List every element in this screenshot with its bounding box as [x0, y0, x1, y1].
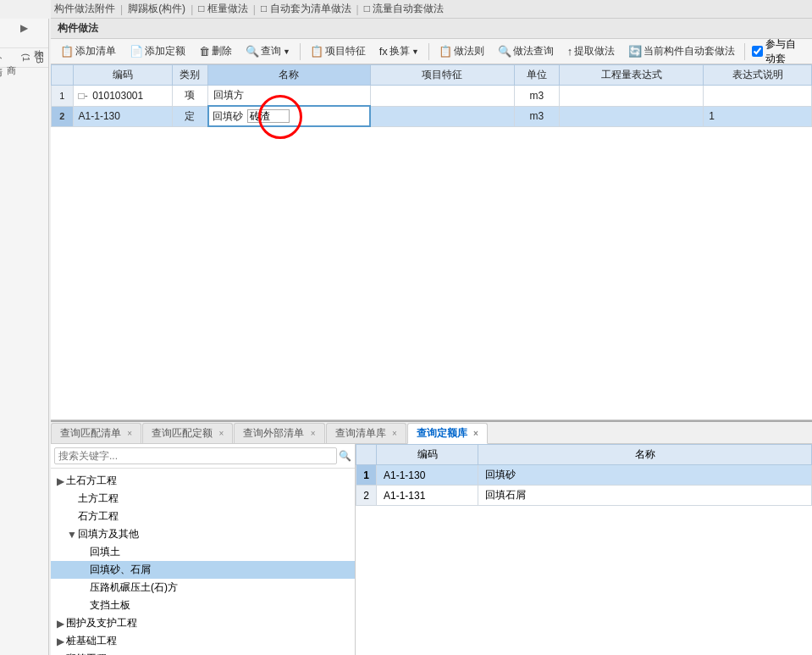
row-1-expand: □- 010103001	[73, 86, 172, 107]
row-2-type: 定	[172, 106, 208, 126]
method-button[interactable]: 📋 做法则	[433, 42, 490, 61]
result-row-2-code: A1-1-131	[377, 486, 478, 506]
tree-node-8-label: 支挡土板	[90, 598, 351, 613]
current-auto-button[interactable]: 🔄 当前构件自动套做法	[622, 42, 741, 61]
nav-item-2[interactable]: 脚踢板(构件)	[128, 2, 185, 16]
result-row-1-code: A1-1-130	[377, 465, 478, 486]
search-icon: 🔍	[339, 450, 351, 462]
add-quota-icon: 📄	[130, 45, 143, 58]
tree-node-10-label: 桩基础工程	[66, 634, 351, 648]
nav-item-3[interactable]: □ 框量做法	[198, 2, 248, 16]
row-num-1: 1	[52, 86, 74, 107]
tree-list: ▶ 土石方工程 土方工程 石方工程 ▼	[51, 469, 355, 655]
tree-toggle-4[interactable]: ▼	[66, 529, 78, 541]
tree-node-2-label: 土方工程	[78, 491, 351, 506]
result-row-1[interactable]: 1 A1-1-130 回填砂	[356, 465, 812, 486]
top-nav: 构件做法附件 | 脚踢板(构件) | □ 框量做法 | □ 自动套为清单做法 |…	[51, 0, 812, 19]
result-row-2-name: 回填石屑	[478, 486, 812, 506]
row-num-2: 2	[52, 106, 74, 126]
result-col-code[interactable]: 编码	[377, 445, 478, 465]
tab-match-quota-label: 查询匹配定额	[152, 427, 213, 439]
row-2-unit: m3	[514, 106, 559, 126]
col-header-type[interactable]: 类别	[172, 65, 208, 86]
result-scroll: 编码 名称 1 A1-1-130 回填砂 2	[356, 444, 812, 655]
panel-content: 🔍 ▶ 土石方工程 土方工程 石方工程	[51, 444, 812, 655]
tree-toggle-1[interactable]: ▶	[54, 475, 66, 487]
nav-item-5[interactable]: □ 流量自动套做法	[364, 2, 445, 16]
add-list-button[interactable]: 📋 添加清单	[54, 42, 122, 61]
tree-toggle-10[interactable]: ▶	[54, 636, 66, 647]
query-dropdown-icon: ▼	[283, 47, 290, 56]
tab-match-list[interactable]: 查询匹配清单 ×	[51, 423, 141, 443]
tab-list-lib-label: 查询清单库	[335, 427, 386, 439]
nav-item-1[interactable]: 构件做法附件	[54, 2, 115, 16]
row-2-expr	[560, 106, 704, 126]
extract-button[interactable]: ↑ 提取做法	[561, 42, 621, 61]
delete-button[interactable]: 🗑 删除	[193, 42, 238, 61]
tree-node-4[interactable]: ▼ 回填方及其他	[51, 525, 355, 543]
tree-node-8[interactable]: 支挡土板	[51, 597, 355, 614]
sidebar-item-1: 称	[0, 37, 48, 48]
method-query-button[interactable]: 🔍 做法查询	[492, 42, 560, 61]
result-row-1-name: 回填砂	[478, 465, 812, 486]
tab-quota-lib-close[interactable]: ×	[473, 429, 478, 438]
col-header-feature[interactable]: 项目特征	[370, 65, 514, 86]
tab-match-quota-close[interactable]: ×	[219, 429, 224, 438]
tab-match-list-close[interactable]: ×	[127, 429, 132, 438]
tree-toggle-9[interactable]: ▶	[54, 618, 66, 630]
toolbar-sep-3	[744, 43, 745, 60]
project-feature-button[interactable]: 📋 项目特征	[304, 42, 372, 61]
row-1-type: 项	[172, 86, 208, 107]
tree-node-1[interactable]: ▶ 土石方工程	[51, 472, 355, 490]
expand-arrow[interactable]: ▶	[0, 19, 48, 37]
search-input[interactable]	[54, 447, 337, 464]
col-header-expr[interactable]: 工程量表达式	[560, 65, 704, 86]
tab-list-lib-close[interactable]: ×	[392, 429, 397, 438]
tree-node-11[interactable]: ▶ 砌筑工程	[51, 650, 355, 655]
tree-node-3[interactable]: 石方工程	[51, 508, 355, 525]
tab-quota-lib[interactable]: 查询定额库 ×	[407, 423, 488, 444]
nav-item-4[interactable]: □ 自动套为清单做法	[261, 2, 351, 16]
tab-match-quota[interactable]: 查询匹配定额 ×	[142, 423, 233, 443]
col-header-desc[interactable]: 表达式说明	[704, 65, 812, 86]
query-button[interactable]: 🔍 查询 ▼	[240, 42, 296, 61]
result-row-2[interactable]: 2 A1-1-131 回填石屑	[356, 486, 812, 506]
tab-list-lib[interactable]: 查询清单库 ×	[326, 423, 406, 443]
add-quota-button[interactable]: 📄 添加定额	[124, 42, 191, 61]
nav-sep-1: |	[120, 3, 123, 15]
search-box: 🔍	[51, 444, 355, 469]
row-2-name-text: 回填砂	[213, 110, 243, 122]
calc-button[interactable]: fx 换算 ▼	[373, 42, 425, 61]
tab-external-list[interactable]: 查询外部清单 ×	[234, 423, 324, 443]
result-row-1-num: 1	[356, 465, 377, 486]
col-header-name[interactable]: 名称	[208, 65, 371, 86]
join-auto-label[interactable]: 参与自动套	[748, 36, 809, 68]
tree-node-9[interactable]: ▶ 围护及支护工程	[51, 614, 355, 632]
col-header-num	[52, 65, 74, 86]
row-1-feature	[370, 86, 514, 107]
extract-icon: ↑	[567, 45, 573, 58]
tree-node-7[interactable]: 压路机碾压土(石)方	[51, 579, 355, 597]
tree-node-10[interactable]: ▶ 桩基础工程	[51, 632, 355, 650]
tree-node-6[interactable]: 回填砂、石屑	[51, 561, 355, 579]
join-auto-checkbox[interactable]	[752, 46, 763, 57]
row-2-name-input[interactable]	[247, 109, 290, 123]
col-header-unit[interactable]: 单位	[514, 65, 559, 86]
tree-node-1-label: 土石方工程	[66, 474, 351, 488]
tree-node-6-label: 回填砂、石屑	[90, 563, 351, 577]
tree-node-5[interactable]: 回填土	[51, 543, 355, 561]
row-2-name[interactable]: 回填砂	[208, 106, 371, 126]
row-2-feature	[370, 106, 514, 126]
col-header-code[interactable]: 编码	[73, 65, 172, 86]
result-col-name[interactable]: 名称	[478, 445, 812, 465]
row-1-desc	[704, 86, 812, 107]
tab-external-list-close[interactable]: ×	[311, 429, 316, 438]
row-1-expand-icon[interactable]: □-	[79, 90, 88, 102]
table-row: 1 □- 010103001 项 回填方 m3	[52, 86, 812, 107]
row-1-name[interactable]: 回填方	[208, 86, 371, 107]
tree-node-2[interactable]: 土方工程	[51, 490, 355, 508]
tree-node-5-label: 回填土	[90, 545, 351, 559]
tab-quota-lib-label: 查询定额库	[417, 427, 467, 439]
tree-node-11-label: 砌筑工程	[66, 652, 351, 655]
row-2-desc: 1	[704, 106, 812, 126]
